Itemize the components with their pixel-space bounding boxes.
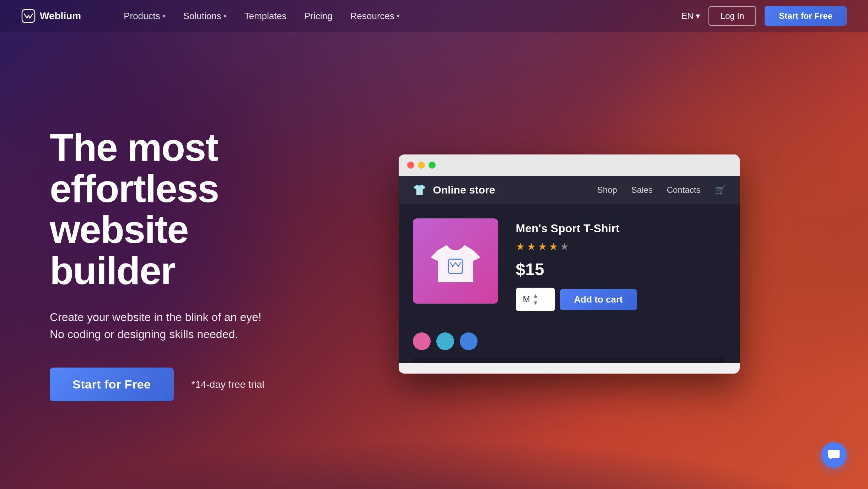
product-name: Men's Sport T-Shirt [516, 222, 726, 235]
product-info: Men's Sport T-Shirt ★ ★ ★ ★ ★ $15 M [516, 218, 726, 311]
size-arrows: ▲ ▼ [533, 293, 539, 306]
browser-dot-close [407, 162, 414, 169]
browser-dot-maximize [428, 162, 436, 169]
browser-mockup: 👕 Online store Shop Sales Contacts 🛒 [399, 154, 740, 374]
store-product: Men's Sport T-Shirt ★ ★ ★ ★ ★ $15 M [399, 204, 740, 325]
size-value: M [523, 294, 530, 304]
hero-actions: Start for Free *14-day free trial [50, 368, 291, 401]
product-price: $15 [516, 260, 726, 279]
nav-pricing[interactable]: Pricing [304, 11, 332, 22]
store-icon: 👕 [413, 184, 426, 196]
store-footer-bar [413, 357, 726, 363]
hero-right: 👕 Online store Shop Sales Contacts 🛒 [320, 154, 818, 374]
hero-title: The most effortless website builder [50, 127, 291, 291]
hero-section: The most effortless website builder Crea… [0, 32, 868, 489]
store-nav-shop[interactable]: Shop [597, 185, 617, 195]
color-swatch-pink[interactable] [413, 332, 431, 350]
product-image [413, 218, 498, 304]
browser-dot-minimize [418, 162, 425, 169]
tshirt-svg [427, 233, 484, 289]
color-swatches [399, 325, 740, 357]
chevron-down-icon: ▾ [223, 12, 227, 20]
start-free-hero-button[interactable]: Start for Free [50, 368, 174, 401]
store-navbar: 👕 Online store Shop Sales Contacts 🛒 [399, 176, 740, 204]
product-rating: ★ ★ ★ ★ ★ [516, 241, 726, 252]
store-title: Online store [433, 184, 495, 196]
add-to-cart-row: M ▲ ▼ Add to cart [516, 288, 726, 311]
nav-right: EN ▾ Log In Start for Free [681, 6, 847, 26]
cart-icon[interactable]: 🛒 [715, 185, 726, 195]
color-swatch-teal[interactable] [436, 332, 454, 350]
hero-subtitle: Create your website in the blink of an e… [50, 309, 291, 343]
star-4: ★ [549, 241, 558, 252]
store-nav-links: Shop Sales Contacts 🛒 [597, 185, 726, 195]
nav-links: Products ▾ Solutions ▾ Templates Pricing… [124, 11, 400, 22]
nav-products[interactable]: Products ▾ [124, 11, 166, 22]
size-selector[interactable]: M ▲ ▼ [516, 288, 555, 311]
chat-bubble-button[interactable] [821, 442, 847, 468]
browser-content: 👕 Online store Shop Sales Contacts 🛒 [399, 176, 740, 363]
logo-icon [21, 9, 36, 23]
nav-templates[interactable]: Templates [244, 11, 287, 22]
star-3: ★ [538, 241, 547, 252]
hero-left: The most effortless website builder Crea… [50, 127, 291, 401]
add-to-cart-button[interactable]: Add to cart [560, 289, 637, 310]
nav-solutions[interactable]: Solutions ▾ [183, 11, 227, 22]
start-free-nav-button[interactable]: Start for Free [765, 6, 847, 26]
logo-text: Weblium [40, 10, 81, 22]
trial-text: *14-day free trial [192, 379, 264, 390]
store-nav-sales[interactable]: Sales [631, 185, 653, 195]
store-nav-contacts[interactable]: Contacts [667, 185, 701, 195]
browser-titlebar [399, 154, 740, 176]
language-selector[interactable]: EN ▾ [681, 11, 700, 21]
nav-resources[interactable]: Resources ▾ [350, 11, 400, 22]
chat-icon [827, 449, 840, 461]
login-button[interactable]: Log In [708, 6, 756, 26]
star-5: ★ [560, 241, 569, 252]
chevron-down-icon: ▾ [162, 12, 166, 20]
color-swatch-blue[interactable] [460, 332, 478, 350]
star-2: ★ [527, 241, 536, 252]
navbar: Weblium Products ▾ Solutions ▾ Templates… [0, 0, 868, 32]
star-1: ★ [516, 241, 525, 252]
chevron-down-icon: ▾ [397, 12, 400, 20]
logo-link[interactable]: Weblium [21, 9, 81, 23]
chevron-down-icon: ▾ [696, 11, 700, 21]
